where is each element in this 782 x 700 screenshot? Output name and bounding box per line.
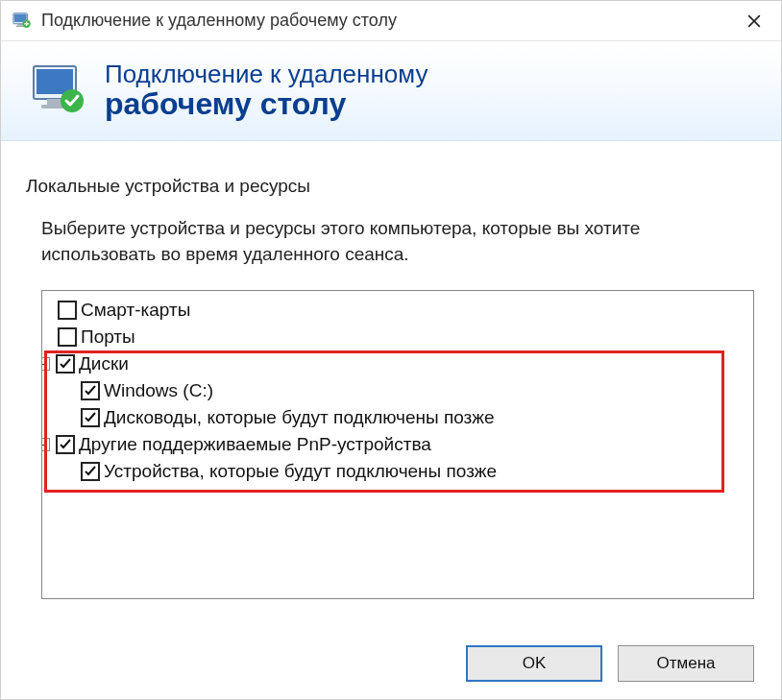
checkbox[interactable] bbox=[56, 354, 75, 374]
tree-item-label: Дисководы, которые будут подключены позж… bbox=[104, 407, 495, 428]
collapse-icon[interactable]: − bbox=[41, 357, 50, 371]
tree-item-smartcards[interactable]: Смарт-карты bbox=[44, 297, 751, 324]
checkbox[interactable] bbox=[58, 301, 77, 320]
tree-item-label: Устройства, которые будут подключены поз… bbox=[104, 461, 497, 482]
titlebar-title: Подключение к удаленному рабочему столу bbox=[41, 11, 731, 31]
tree-item-drive-c[interactable]: Windows (C:) bbox=[44, 377, 751, 404]
svg-rect-7 bbox=[47, 99, 62, 105]
header-banner: Подключение к удаленному рабочему столу bbox=[1, 41, 781, 141]
tree-item-label: Порты bbox=[81, 326, 135, 348]
app-icon bbox=[11, 10, 34, 33]
header-line2: рабочему столу bbox=[105, 87, 428, 121]
svg-rect-2 bbox=[17, 23, 23, 25]
group-label: Локальные устройства и ресурсы bbox=[26, 176, 754, 197]
checkbox[interactable] bbox=[58, 327, 77, 347]
header-line1: Подключение к удаленному bbox=[105, 60, 428, 88]
dialog-window: Подключение к удаленному рабочему столу … bbox=[0, 0, 782, 700]
checkbox[interactable] bbox=[81, 408, 100, 427]
tree-item-label: Windows (C:) bbox=[104, 380, 213, 401]
tree-item-label: Диски bbox=[79, 353, 129, 374]
button-row: OK Отмена bbox=[1, 622, 781, 699]
dialog-client-area: Локальные устройства и ресурсы Выберите … bbox=[1, 141, 781, 622]
header-text: Подключение к удаленному рабочему столу bbox=[105, 60, 428, 122]
tree-item-drives[interactable]: − Диски bbox=[44, 350, 751, 377]
collapse-icon[interactable]: − bbox=[41, 438, 50, 451]
tree-item-ports[interactable]: Порты bbox=[44, 324, 751, 350]
ok-button[interactable]: OK bbox=[466, 645, 602, 682]
tree-item-label: Другие поддерживаемые PnP-устройства bbox=[79, 434, 431, 455]
checkbox[interactable] bbox=[81, 381, 100, 400]
tree-item-pnp-later[interactable]: Устройства, которые будут подключены поз… bbox=[44, 458, 751, 485]
close-button[interactable] bbox=[731, 4, 777, 38]
rdp-icon bbox=[28, 60, 89, 122]
cancel-button[interactable]: Отмена bbox=[618, 645, 754, 682]
device-tree[interactable]: Смарт-карты Порты − Диски Windows (C:) Д… bbox=[41, 290, 754, 599]
group-description: Выберите устройства и ресурсы этого комп… bbox=[41, 216, 714, 267]
titlebar: Подключение к удаленному рабочему столу bbox=[1, 1, 781, 41]
checkbox[interactable] bbox=[81, 462, 100, 481]
tree-item-label: Смарт-карты bbox=[81, 300, 190, 321]
tree-item-pnp[interactable]: − Другие поддерживаемые PnP-устройства bbox=[44, 431, 751, 458]
tree-item-drives-later[interactable]: Дисководы, которые будут подключены позж… bbox=[44, 404, 751, 431]
checkbox[interactable] bbox=[56, 435, 75, 454]
